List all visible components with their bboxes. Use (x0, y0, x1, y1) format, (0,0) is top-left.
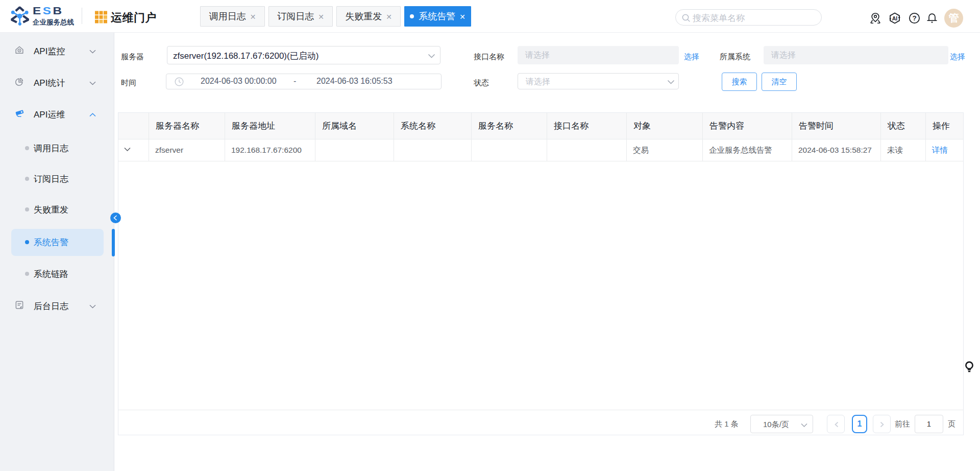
svg-text:AI: AI (892, 15, 898, 21)
svg-text:?: ? (912, 14, 916, 22)
